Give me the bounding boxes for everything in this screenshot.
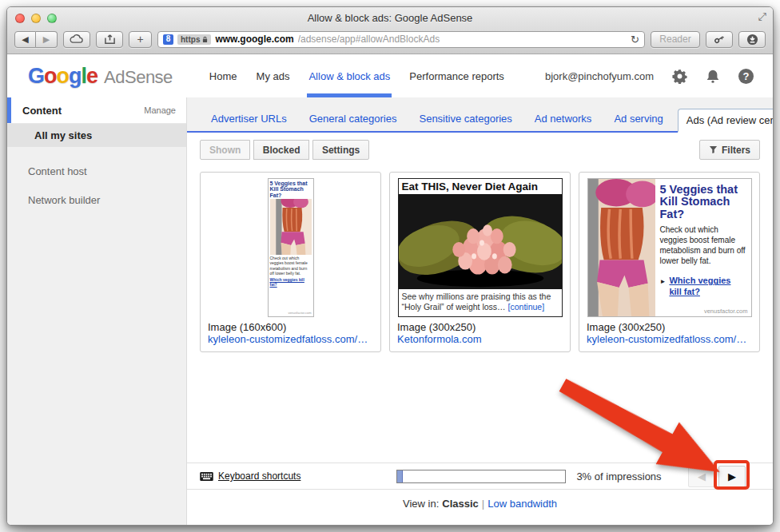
window-title: Allow & block ads: Google AdSense (308, 12, 473, 24)
arrow-bullet-icon: ► (660, 278, 667, 285)
sidebar-manage-link[interactable]: Manage (144, 105, 176, 115)
history-buttons: ◀ ▶ (14, 31, 58, 48)
sidebar-gap (7, 147, 186, 157)
low-bandwidth-link[interactable]: Low bandwidth (488, 498, 557, 510)
ad-destination-link[interactable]: kyleleon-customizedfatloss.com/… (587, 333, 752, 345)
impressions-progress-fill (397, 470, 402, 482)
account-email: bjork@pinchofyum.com (545, 70, 654, 82)
shown-button[interactable]: Shown (200, 140, 250, 160)
browser-toolbar: ◀ ▶ + 8 https www.google.com (7, 29, 773, 54)
torso-illustration (270, 199, 312, 255)
sidebar-item-all-my-sites[interactable]: All my sites (7, 124, 186, 147)
next-page-button[interactable]: ▶ (718, 466, 746, 487)
cloud-icon (69, 34, 85, 45)
view-classic-label: Classic (442, 498, 479, 510)
impressions-progress-bar (396, 470, 566, 483)
forward-button[interactable]: ▶ (36, 31, 58, 48)
google-adsense-logo: Google AdSense (28, 64, 173, 89)
tab-ad-serving[interactable]: Ad serving (606, 108, 671, 131)
ad-size-label: Image (300x250) (397, 321, 563, 333)
icloud-tabs-button[interactable] (63, 31, 90, 48)
sidebar: Content Manage All my sites Content host… (7, 97, 187, 525)
ad-destination-link[interactable]: Ketonformola.com (397, 333, 563, 345)
share-icon (104, 34, 116, 45)
page-footer: View in: Classic | Low bandwidth (187, 490, 773, 525)
tab-general-categories[interactable]: General categories (301, 108, 405, 131)
ad-headline: 5 Veggies that Kill Stomach Fat? (660, 184, 746, 221)
ad-cards: 5 Veggies that Kill Stomach Fat? Check o… (187, 167, 773, 352)
ad-preview-photo: Eat THIS, Never Diet Again See why milli… (398, 178, 563, 317)
screenshot-canvas: Allow & block ads: Google AdSense ⤢ ◀ ▶ … (0, 0, 780, 532)
ad-card[interactable]: Eat THIS, Never Diet Again See why milli… (389, 172, 571, 352)
sidebar-item-network-builder[interactable]: Network builder (7, 185, 186, 214)
tab-ad-networks[interactable]: Ad networks (527, 108, 600, 131)
browser-window: Allow & block ads: Google AdSense ⤢ ◀ ▶ … (6, 6, 774, 526)
ad-preview-wrap: 5 Veggies that Kill Stomach Fat? Check o… (208, 179, 373, 316)
keyboard-shortcuts-label[interactable]: Keyboard shortcuts (218, 470, 300, 482)
page-body: Content Manage All my sites Content host… (7, 97, 773, 525)
primary-nav: Home My ads Allow & block ads Performanc… (200, 54, 514, 97)
previous-page-button[interactable]: ◀ (688, 466, 715, 487)
zoom-window-button[interactable] (47, 14, 57, 23)
https-label: https (181, 35, 200, 44)
nav-item-home[interactable]: Home (200, 54, 247, 97)
settings-button[interactable] (671, 68, 687, 84)
nav-item-my-ads[interactable]: My ads (247, 54, 300, 97)
blocked-button[interactable]: Blocked (253, 140, 310, 160)
new-tab-button[interactable]: + (129, 31, 152, 48)
url-domain: www.google.com (215, 34, 293, 45)
https-badge: https (177, 34, 211, 45)
refresh-icon[interactable]: ↻ (631, 34, 639, 46)
adsense-header: Google AdSense Home My ads Allow & block… (7, 54, 773, 97)
nav-item-performance-reports[interactable]: Performance reports (400, 54, 514, 97)
download-icon (746, 34, 758, 46)
minimize-window-button[interactable] (31, 14, 41, 23)
help-button[interactable]: ? (738, 69, 754, 84)
reader-button[interactable]: Reader (651, 31, 700, 48)
keyboard-shortcuts-link[interactable]: Keyboard shortcuts (200, 470, 300, 482)
filters-label: Filters (722, 145, 750, 156)
address-bar[interactable]: 8 https www.google.com /adsense/app#allo… (157, 31, 645, 48)
footer-separator: | (482, 498, 484, 510)
logo-letter: g (69, 64, 82, 88)
keyboard-icon (200, 472, 213, 481)
titlebar[interactable]: Allow & block ads: Google AdSense ⤢ (7, 7, 773, 29)
gear-icon (672, 69, 687, 84)
nav-item-allow-block-ads[interactable]: Allow & block ads (299, 54, 400, 97)
share-button[interactable] (96, 31, 123, 48)
torso-illustration (588, 179, 655, 316)
content-spacer (187, 352, 773, 463)
tab-strip: Advertiser URLs General categories Sensi… (187, 97, 773, 133)
sidebar-section-content[interactable]: Content Manage (7, 97, 186, 124)
logo-letter: o (44, 64, 57, 88)
tab-sensitive-categories[interactable]: Sensitive categories (411, 108, 519, 131)
status-bar: Keyboard shortcuts 3% of impressions ◀ ▶ (187, 463, 773, 490)
sidebar-item-content-host[interactable]: Content host (7, 157, 186, 185)
view-button-group: Shown Blocked Settings (200, 140, 368, 160)
ad-card[interactable]: 5 Veggies that Kill Stomach Fat? Check o… (579, 172, 760, 352)
ad-card[interactable]: 5 Veggies that Kill Stomach Fat? Check o… (200, 172, 381, 352)
close-window-button[interactable] (15, 14, 25, 23)
filters-button[interactable]: Filters (699, 140, 760, 160)
tab-advertiser-urls[interactable]: Advertiser URLs (203, 108, 295, 131)
password-manager-button[interactable] (706, 31, 733, 48)
notifications-button[interactable] (705, 68, 721, 84)
main-content: Advertiser URLs General categories Sensi… (187, 97, 773, 525)
browser-chrome: Allow & block ads: Google AdSense ⤢ ◀ ▶ … (7, 7, 773, 54)
downloads-button[interactable] (738, 31, 766, 48)
impressions-label: 3% of impressions (576, 470, 661, 482)
fullscreen-icon[interactable]: ⤢ (758, 10, 766, 23)
key-icon (713, 34, 726, 45)
ad-size-label: Image (300x250) (587, 321, 752, 333)
ad-preview-wrap: 5 Veggies that Kill Stomach Fat? Check o… (587, 179, 752, 316)
back-button[interactable]: ◀ (14, 31, 36, 48)
pager: ◀ ▶ (688, 466, 746, 487)
logo-letter: e (86, 64, 98, 88)
ad-cta-row: ► Which veggies kill fat? (660, 276, 746, 296)
tab-ads-ad-review-center[interactable]: Ads (Ad review center) (678, 109, 774, 133)
ad-preview-wrap: Eat THIS, Never Diet Again See why milli… (397, 179, 563, 316)
ad-headline: Eat THIS, Never Diet Again (399, 179, 562, 194)
settings-button-small[interactable]: Settings (312, 140, 369, 160)
ad-destination-link[interactable]: kyleleon-customizedfatloss.com/… (208, 333, 373, 345)
ad-size-label: Image (160x600) (208, 321, 373, 333)
